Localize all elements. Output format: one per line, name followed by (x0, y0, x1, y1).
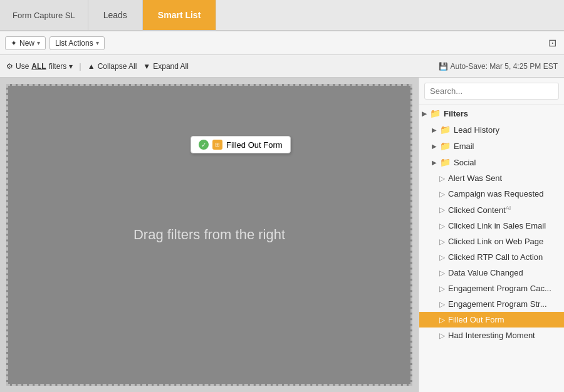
tab-form-capture-label: Form Capture SL (13, 11, 75, 20)
filter-tree: ▶ 📁 Filters ▶ 📁 Lead History ▶ 📁 Email ▶… (419, 105, 564, 392)
social-arrow-icon: ▶ (432, 159, 437, 166)
item-label-link-web: Clicked Link on Web Page (448, 237, 543, 246)
tree-item-clicked-rtp[interactable]: ▷ Clicked RTP Call to Action (419, 249, 564, 265)
list-actions-label: List Actions (55, 39, 93, 48)
tree-item-filled-out-form[interactable]: ▷ Filled Out Form (419, 312, 564, 328)
filter-toolbar: ⚙ Use ALL filters ▾ | ▲ Collapse All ▼ E… (0, 55, 564, 78)
tab-smart-list[interactable]: Smart List (143, 0, 216, 30)
item-icon-filled: ▷ (439, 316, 445, 324)
email-arrow-icon: ▶ (432, 143, 437, 150)
filters-label: Filters (444, 109, 468, 118)
new-dropdown-icon: ▾ (37, 39, 40, 46)
item-label-interesting: Had Interesting Moment (448, 331, 535, 340)
item-label-campaign: Campaign was Requested (448, 189, 543, 199)
tree-item-engagement-str[interactable]: ▷ Engagement Program Str... (419, 296, 564, 312)
item-label-filled: Filled Out Form (448, 315, 504, 324)
tree-item-engagement-cac[interactable]: ▷ Engagement Program Cac... (419, 281, 564, 296)
separator: | (79, 61, 81, 71)
canvas-area[interactable]: Drag filters from the right ✓ ⊞ Filled O… (6, 84, 412, 386)
new-label: New (19, 39, 34, 48)
autosave-label: Auto-Save: Mar 5, 4:25 PM EST (451, 62, 558, 71)
collapse-all-button[interactable]: ▲ Collapse All (88, 62, 137, 71)
tree-item-data-value[interactable]: ▷ Data Value Changed (419, 265, 564, 281)
new-button[interactable]: ✦ New ▾ (5, 36, 46, 50)
tree-item-clicked-content[interactable]: ▷ Clicked ContentAI (419, 202, 564, 218)
item-icon-link-sales: ▷ (439, 222, 445, 230)
item-label-data: Data Value Changed (448, 268, 523, 277)
lead-history-arrow-icon: ▶ (432, 126, 437, 133)
tree-item-alert-was-sent[interactable]: ▷ Alert Was Sent (419, 170, 564, 186)
main-layout: Drag filters from the right ✓ ⊞ Filled O… (0, 78, 564, 392)
filter-pill[interactable]: ✓ ⊞ Filled Out Form (191, 136, 291, 153)
use-label: Use (16, 62, 29, 71)
save-icon: 💾 (439, 62, 448, 71)
expand-all-button[interactable]: ▼ Expand All (143, 62, 189, 71)
expand-icon: ▼ (143, 62, 150, 71)
tree-item-campaign-requested[interactable]: ▷ Campaign was Requested (419, 186, 564, 202)
all-label: ALL (31, 62, 46, 71)
lead-history-folder-icon: 📁 (440, 125, 451, 135)
item-icon-eng-cac: ▷ (439, 284, 445, 293)
filters-label: filters (49, 62, 67, 71)
item-icon-campaign: ▷ (439, 190, 445, 199)
item-icon-content: ▷ (439, 205, 445, 214)
autosave-status: 💾 Auto-Save: Mar 5, 4:25 PM EST (439, 62, 558, 71)
new-icon: ✦ (11, 39, 17, 48)
tree-item-clicked-link-sales[interactable]: ▷ Clicked Link in Sales Email (419, 218, 564, 234)
filters-arrow-icon: ▶ (422, 110, 427, 117)
tree-email[interactable]: ▶ 📁 Email (419, 138, 564, 154)
item-icon-interesting: ▷ (439, 331, 445, 340)
filter-icon: ⚙ (6, 62, 13, 71)
filter-type-icon: ⊞ (212, 140, 222, 150)
item-icon-alert: ▷ (439, 174, 445, 183)
email-folder-icon: 📁 (440, 141, 451, 151)
item-label-eng-str: Engagement Program Str... (448, 299, 547, 309)
item-icon-link-web: ▷ (439, 237, 445, 246)
item-label-content: Clicked ContentAI (448, 205, 511, 215)
item-icon-rtp: ▷ (439, 253, 445, 262)
tree-item-had-interesting[interactable]: ▷ Had Interesting Moment (419, 328, 564, 343)
canvas-placeholder: Drag filters from the right (133, 227, 285, 243)
filter-dropdown-icon: ▾ (69, 62, 73, 71)
social-folder-icon: 📁 (440, 157, 451, 167)
tree-filters-root[interactable]: ▶ 📁 Filters (419, 105, 564, 121)
tab-form-capture[interactable]: Form Capture SL (0, 0, 88, 30)
filters-folder-icon: 📁 (430, 108, 441, 118)
item-label-eng-cac: Engagement Program Cac... (448, 284, 551, 293)
lead-history-label: Lead History (454, 125, 499, 135)
social-label: Social (454, 158, 476, 167)
check-icon: ✓ (199, 140, 209, 150)
search-box (419, 78, 564, 105)
collapse-all-label: Collapse All (98, 62, 137, 71)
item-icon-data: ▷ (439, 269, 445, 277)
collapse-icon: ▲ (88, 62, 95, 71)
item-icon-eng-str: ▷ (439, 300, 445, 309)
email-label: Email (454, 142, 474, 151)
item-label-alert: Alert Was Sent (448, 173, 502, 183)
item-label-rtp: Clicked RTP Call to Action (448, 252, 543, 262)
search-input[interactable] (424, 83, 559, 100)
tree-social[interactable]: ▶ 📁 Social (419, 154, 564, 170)
list-actions-dropdown-icon: ▾ (96, 39, 99, 46)
item-label-link-sales: Clicked Link in Sales Email (448, 221, 546, 230)
tab-bar: Form Capture SL Leads Smart List (0, 0, 564, 31)
expand-all-label: Expand All (153, 62, 189, 71)
ai-badge: AI (506, 205, 511, 211)
tab-leads-label: Leads (103, 10, 127, 20)
tab-leads[interactable]: Leads (88, 0, 143, 30)
filter-pill-label: Filled Out Form (226, 140, 283, 150)
toolbar: ✦ New ▾ List Actions ▾ ⊡ (0, 31, 564, 55)
tree-item-clicked-link-web[interactable]: ▷ Clicked Link on Web Page (419, 234, 564, 249)
window-controls-button[interactable]: ⊡ (546, 36, 559, 50)
right-panel: ▶ 📁 Filters ▶ 📁 Lead History ▶ 📁 Email ▶… (419, 78, 564, 392)
use-all-filters[interactable]: ⚙ Use ALL filters ▾ (6, 62, 73, 71)
list-actions-button[interactable]: List Actions ▾ (50, 36, 105, 50)
tree-lead-history[interactable]: ▶ 📁 Lead History (419, 121, 564, 138)
tab-smart-list-label: Smart List (158, 10, 201, 20)
